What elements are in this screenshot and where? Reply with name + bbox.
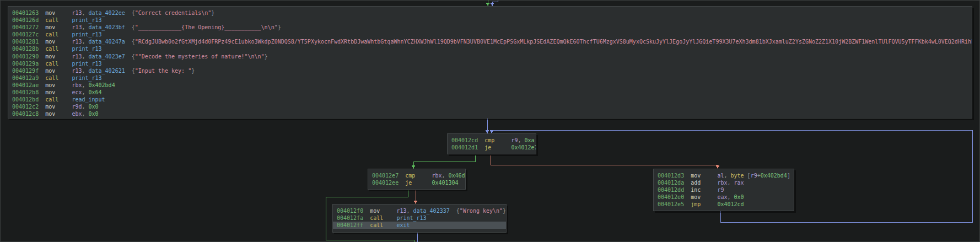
instruction-row[interactable]: 004012ae mov rbx, 0x402bd4: [8, 82, 972, 89]
basic-block-004012f0[interactable]: 004012f0 mov r13, data_402337 {"Wrong ke…: [332, 204, 507, 233]
instruction-row[interactable]: 004012d1 je 0x4012e7: [448, 144, 536, 151]
instruction-row[interactable]: 00401281 mov r13, data_40247a {"RCdgJUBw…: [8, 38, 972, 45]
instruction-row[interactable]: 004012c2 mov r9d, 0x0: [8, 103, 972, 110]
basic-block-004012d3[interactable]: 004012d3 mov al, byte [r9+0x402bd4]00401…: [653, 169, 794, 211]
instruction-row[interactable]: 00401290 mov r13, data_4023e7 {""Decode …: [8, 53, 972, 60]
instruction-row[interactable]: 004012a9 call print_r13: [8, 74, 972, 82]
instruction-row[interactable]: 004012e5 jmp 0x4012cd: [654, 201, 794, 208]
instruction-row[interactable]: 00401272 mov r13, data_4023bf {"________…: [8, 24, 972, 31]
instruction-row[interactable]: 004012fa call print_r13: [333, 214, 506, 222]
instruction-row[interactable]: 0040126d call print_r13: [8, 17, 972, 24]
instruction-row[interactable]: 004012b8 mov ecx, 0x64: [8, 89, 972, 96]
basic-block-00401263[interactable]: 00401263 mov r13, data_4022ee {"Correct …: [8, 6, 972, 119]
instruction-row[interactable]: 004012ee je 0x401304: [368, 179, 465, 186]
instruction-row[interactable]: 004012d3 mov al, byte [r9+0x402bd4]: [654, 172, 794, 179]
instruction-row-selected[interactable]: 004012ff call exit: [333, 222, 506, 229]
basic-block-004012e7[interactable]: 004012e7 cmp rbx, 0x46d004012ee je 0x401…: [368, 169, 466, 190]
basic-block-004012cd[interactable]: 004012cd cmp r9, 0xa004012d1 je 0x4012e7: [447, 133, 536, 154]
graph-canvas[interactable]: 00401263 mov r13, data_4022ee {"Correct …: [0, 0, 980, 242]
instruction-row[interactable]: 004012c8 mov ebx, 0x0: [8, 110, 972, 117]
instruction-row[interactable]: 004012da add rbx, rax: [654, 179, 794, 186]
instruction-row[interactable]: 004012bd call read_input: [8, 96, 972, 103]
instruction-row[interactable]: 0040129a call print_r13: [8, 60, 972, 67]
instruction-row[interactable]: 004012e7 cmp rbx, 0x46d: [368, 172, 465, 179]
edge-false-to-loop-body: [491, 155, 718, 169]
instruction-row[interactable]: 0040127c call print_r13: [8, 31, 972, 38]
instruction-row[interactable]: 004012e0 mov eax, 0x0: [654, 193, 794, 201]
instruction-row[interactable]: 0040128b call print_r13: [8, 45, 972, 52]
instruction-row[interactable]: 0040129f mov r13, data_402621 {"Input th…: [8, 67, 972, 74]
edge-true-to-keycheck: [413, 155, 475, 169]
instruction-row[interactable]: 004012f0 mov r13, data_402337 {"Wrong ke…: [333, 207, 506, 214]
instruction-row[interactable]: 004012cd cmp r9, 0xa: [448, 137, 536, 144]
instruction-row[interactable]: 004012dd inc r9: [654, 186, 794, 193]
instruction-row[interactable]: 00401263 mov r13, data_4022ee {"Correct …: [8, 9, 972, 17]
